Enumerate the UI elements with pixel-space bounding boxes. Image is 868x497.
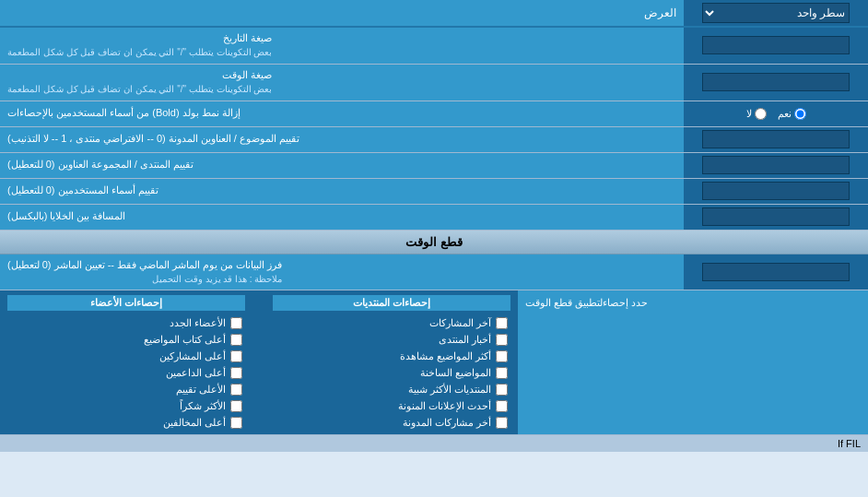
time-format-input-wrapper: H:i — [684, 65, 868, 101]
member-stat-checkbox-2[interactable] — [230, 334, 242, 346]
gap-between-row: 2 المسافة بين الخلايا (بالبكسل) — [0, 205, 868, 231]
bold-yes-radio[interactable] — [794, 108, 806, 120]
stat-item-7[interactable]: أخر مشاركات المدونة — [273, 416, 510, 430]
forum-order-label: تقييم المنتدى / المجموعة العناوين (0 للت… — [0, 153, 684, 178]
member-stat-item-2[interactable]: أعلى كتاب المواضيع — [7, 333, 245, 347]
stats-checkboxes-area: إحصاءات المنتديات آخر المشاركات أخبار ال… — [0, 290, 518, 434]
date-format-label: صيغة التاريخبعض التكوينات يتطلب "/" التي… — [0, 28, 684, 64]
bold-remove-label: إزالة نمط بولد (Bold) من أسماء المستخدمي… — [0, 101, 684, 126]
date-format-row: d-m صيغة التاريخبعض التكوينات يتطلب "/" … — [0, 28, 868, 65]
time-cut-input[interactable]: 0 — [702, 263, 850, 281]
bold-remove-row: نعم لا إزالة نمط بولد (Bold) من أسماء ال… — [0, 101, 868, 127]
stat-item-1[interactable]: آخر المشاركات — [273, 316, 510, 330]
bottom-note-text: If FIL — [838, 438, 861, 449]
main-container: سطر واحدسطرينثلاثة أسطر العرض d-m صيغة ا… — [0, 0, 868, 452]
stat-item-2[interactable]: أخبار المنتدى — [273, 333, 510, 347]
time-format-row: H:i صيغة الوقتبعض التكوينات يتطلب "/" ال… — [0, 65, 868, 101]
forum-stats-header: إحصاءات المنتديات — [273, 295, 510, 311]
time-format-label: صيغة الوقتبعض التكوينات يتطلب "/" التي ي… — [0, 65, 684, 101]
time-cut-row: 0 فرز البيانات من يوم الماشر الماضي فقط … — [0, 254, 868, 291]
user-names-label: تقييم أسماء المستخدمين (0 للتعطيل) — [0, 179, 684, 204]
display-select-wrapper: سطر واحدسطرينثلاثة أسطر — [684, 0, 868, 26]
time-cut-label: فرز البيانات من يوم الماشر الماضي فقط --… — [0, 254, 684, 290]
stats-wrapper: حدد إحصاءلتطبيق قطع الوقت إحصاءات المنتد… — [0, 290, 868, 435]
display-select[interactable]: سطر واحدسطرينثلاثة أسطر — [702, 3, 850, 23]
bold-remove-radio-wrapper: نعم لا — [684, 101, 868, 126]
topic-order-input-wrapper: 33 — [684, 127, 868, 152]
forum-order-input-wrapper: 33 — [684, 153, 868, 178]
member-stat-item-1[interactable]: الأعضاء الجدد — [7, 316, 245, 330]
member-stat-item-6[interactable]: الأكثر شكراً — [7, 399, 245, 413]
member-stat-item-5[interactable]: الأعلى تقييم — [7, 383, 245, 396]
forum-stats-col: إحصاءات المنتديات آخر المشاركات أخبار ال… — [273, 295, 510, 430]
display-label: العرض — [0, 3, 684, 23]
stat-checkbox-1[interactable] — [496, 317, 508, 329]
member-stats-header: إحصاءات الأعضاء — [7, 295, 245, 311]
user-names-input-wrapper: 0 — [684, 179, 868, 204]
time-format-input[interactable]: H:i — [702, 73, 850, 91]
member-stat-checkbox-3[interactable] — [230, 350, 242, 362]
bottom-bar: If FIL — [0, 435, 868, 452]
member-stats-col: إحصاءات الأعضاء الأعضاء الجدد أعلى كتاب … — [7, 295, 245, 430]
forum-order-row: 33 تقييم المنتدى / المجموعة العناوين (0 … — [0, 153, 868, 179]
topic-order-row: 33 تقييم الموضوع / العناوين المدونة (0 -… — [0, 127, 868, 153]
forum-order-input[interactable]: 33 — [702, 156, 850, 174]
stat-item-3[interactable]: أكثر المواضيع مشاهدة — [273, 349, 510, 363]
member-stat-item-7[interactable]: أعلى المخالفين — [7, 416, 245, 430]
bold-no-radio[interactable] — [755, 108, 767, 120]
user-names-row: 0 تقييم أسماء المستخدمين (0 للتعطيل) — [0, 179, 868, 205]
stat-checkbox-7[interactable] — [496, 417, 508, 429]
stat-item-6[interactable]: أحدث الإعلانات المنونة — [273, 399, 510, 413]
user-names-input[interactable]: 0 — [702, 182, 850, 200]
member-stat-checkbox-7[interactable] — [230, 417, 242, 429]
member-stat-item-3[interactable]: أعلى المشاركين — [7, 349, 245, 363]
bold-yes-option[interactable]: نعم — [778, 108, 806, 120]
stat-checkbox-3[interactable] — [496, 350, 508, 362]
top-header-row: سطر واحدسطرينثلاثة أسطر العرض — [0, 0, 868, 28]
stat-checkbox-2[interactable] — [496, 334, 508, 346]
time-section-header: قطع الوقت — [0, 231, 868, 254]
member-stat-checkbox-4[interactable] — [230, 367, 242, 379]
stat-item-5[interactable]: المنتديات الأكثر شبية — [273, 383, 510, 396]
member-stat-item-4[interactable]: أعلى الداعمين — [7, 366, 245, 380]
date-format-input-wrapper: d-m — [684, 28, 868, 64]
member-stat-checkbox-5[interactable] — [230, 384, 242, 396]
time-cut-input-wrapper: 0 — [684, 254, 868, 290]
gap-between-input-wrapper: 2 — [684, 205, 868, 230]
stat-checkbox-4[interactable] — [496, 367, 508, 379]
gap-between-input[interactable]: 2 — [702, 207, 850, 226]
topic-order-input[interactable]: 33 — [702, 130, 850, 148]
gap-between-label: المسافة بين الخلايا (بالبكسل) — [0, 205, 684, 230]
topic-order-label: تقييم الموضوع / العناوين المدونة (0 -- ا… — [0, 127, 684, 152]
date-format-input[interactable]: d-m — [702, 36, 850, 54]
stat-checkbox-6[interactable] — [496, 400, 508, 412]
stat-item-4[interactable]: المواضيع الساخنة — [273, 366, 510, 380]
stat-checkbox-5[interactable] — [496, 384, 508, 396]
stats-time-label: حدد إحصاءلتطبيق قطع الوقت — [518, 290, 868, 434]
member-stat-checkbox-6[interactable] — [230, 400, 242, 412]
member-stat-checkbox-1[interactable] — [230, 317, 242, 329]
bold-no-option[interactable]: لا — [746, 108, 767, 120]
